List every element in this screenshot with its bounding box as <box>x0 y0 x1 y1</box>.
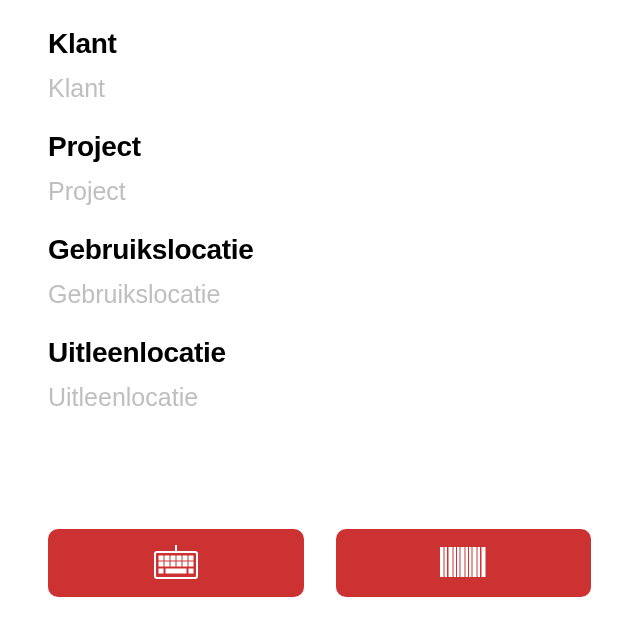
svg-rect-21 <box>458 547 460 577</box>
svg-rect-15 <box>166 569 186 573</box>
svg-rect-25 <box>473 547 476 577</box>
svg-rect-13 <box>189 562 193 566</box>
barcode-button[interactable] <box>336 529 592 597</box>
svg-rect-9 <box>165 562 169 566</box>
bottom-action-bar <box>0 529 639 597</box>
field-gebruikslocatie: Gebruikslocatie <box>48 234 591 309</box>
svg-rect-17 <box>440 547 443 577</box>
svg-rect-27 <box>482 547 485 577</box>
svg-rect-8 <box>159 562 163 566</box>
svg-rect-26 <box>478 547 480 577</box>
svg-rect-20 <box>454 547 456 577</box>
keyboard-button[interactable] <box>48 529 304 597</box>
uitleenlocatie-input[interactable] <box>48 383 591 412</box>
svg-rect-7 <box>189 556 193 560</box>
field-klant: Klant <box>48 28 591 103</box>
field-uitleenlocatie: Uitleenlocatie <box>48 337 591 412</box>
keyboard-icon <box>154 545 198 582</box>
uitleenlocatie-label: Uitleenlocatie <box>48 337 591 369</box>
svg-rect-14 <box>159 569 163 573</box>
form-content: Klant Project Gebruikslocatie Uitleenloc… <box>0 0 639 412</box>
svg-rect-2 <box>159 556 163 560</box>
svg-rect-4 <box>171 556 175 560</box>
svg-rect-23 <box>466 547 468 577</box>
svg-rect-3 <box>165 556 169 560</box>
svg-rect-6 <box>183 556 187 560</box>
svg-rect-16 <box>189 569 193 573</box>
gebruikslocatie-input[interactable] <box>48 280 591 309</box>
svg-rect-18 <box>445 547 447 577</box>
svg-rect-11 <box>177 562 181 566</box>
field-project: Project <box>48 131 591 206</box>
svg-rect-22 <box>461 547 464 577</box>
project-label: Project <box>48 131 591 163</box>
klant-label: Klant <box>48 28 591 60</box>
svg-rect-24 <box>470 547 472 577</box>
gebruikslocatie-label: Gebruikslocatie <box>48 234 591 266</box>
svg-rect-12 <box>183 562 187 566</box>
project-input[interactable] <box>48 177 591 206</box>
barcode-icon <box>440 547 486 580</box>
svg-rect-10 <box>171 562 175 566</box>
svg-rect-19 <box>449 547 452 577</box>
klant-input[interactable] <box>48 74 591 103</box>
svg-rect-5 <box>177 556 181 560</box>
